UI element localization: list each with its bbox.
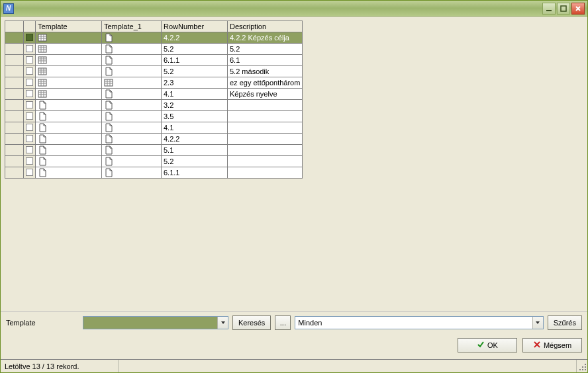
row-checkbox[interactable]: [26, 146, 33, 153]
rownumber-cell[interactable]: 5.2: [162, 156, 228, 167]
rownumber-cell[interactable]: 4.1: [162, 89, 228, 100]
resize-grip[interactable]: [577, 361, 587, 372]
more-button[interactable]: ...: [275, 315, 291, 330]
row-checkbox-cell[interactable]: [24, 100, 36, 111]
description-cell[interactable]: 4.2.2 Képzés célja: [228, 32, 303, 44]
row-header[interactable]: [5, 77, 24, 89]
maximize-button[interactable]: [557, 3, 570, 15]
row-checkbox[interactable]: [26, 56, 33, 63]
template-cell[interactable]: [36, 134, 102, 145]
template-cell[interactable]: [36, 167, 102, 179]
row-checkbox-cell[interactable]: [24, 167, 36, 179]
row-header[interactable]: [5, 122, 24, 134]
grid-header-chk[interactable]: [24, 21, 36, 32]
row-checkbox[interactable]: [26, 45, 33, 52]
row-checkbox[interactable]: [26, 112, 33, 120]
row-checkbox[interactable]: [26, 169, 33, 176]
row-checkbox[interactable]: [26, 90, 33, 97]
table-row[interactable]: 6.1.16.1: [5, 55, 303, 66]
row-checkbox-cell[interactable]: [24, 134, 36, 145]
row-checkbox-cell[interactable]: [24, 66, 36, 77]
table-row[interactable]: 6.1.1: [5, 167, 303, 179]
rownumber-cell[interactable]: 3.2: [162, 100, 228, 111]
row-header[interactable]: [5, 44, 24, 55]
rownumber-cell[interactable]: 6.1.1: [162, 55, 228, 66]
close-button[interactable]: [571, 3, 585, 15]
scope-combo[interactable]: [295, 316, 543, 329]
table-row[interactable]: 3.2: [5, 100, 303, 111]
row-header[interactable]: [5, 156, 24, 167]
description-cell[interactable]: [228, 145, 303, 156]
description-cell[interactable]: [228, 122, 303, 134]
row-header[interactable]: [5, 100, 24, 111]
row-header[interactable]: [5, 145, 24, 156]
minimize-button[interactable]: [542, 3, 556, 15]
row-checkbox[interactable]: [26, 135, 33, 142]
grid-header-rowhdr[interactable]: [5, 21, 24, 32]
description-cell[interactable]: [228, 100, 303, 111]
description-cell[interactable]: 5.2: [228, 44, 303, 55]
row-checkbox[interactable]: [26, 157, 33, 165]
row-checkbox-cell[interactable]: [24, 111, 36, 122]
description-cell[interactable]: [228, 167, 303, 179]
row-checkbox-cell[interactable]: [24, 122, 36, 134]
rownumber-cell[interactable]: 4.2.2: [162, 134, 228, 145]
description-cell[interactable]: [228, 111, 303, 122]
template-cell[interactable]: [36, 145, 102, 156]
cancel-button[interactable]: Mégsem: [522, 338, 582, 352]
description-cell[interactable]: ez egy ettőponthárom: [228, 77, 303, 89]
table-row[interactable]: 4.2.24.2.2 Képzés célja: [5, 32, 303, 44]
table-row[interactable]: 3.5: [5, 111, 303, 122]
row-checkbox-cell[interactable]: [24, 156, 36, 167]
rownumber-cell[interactable]: 6.1.1: [162, 167, 228, 179]
row-checkbox-cell[interactable]: [24, 32, 36, 44]
template1-cell[interactable]: [102, 44, 162, 55]
scope-dropdown[interactable]: [532, 317, 543, 329]
table-row[interactable]: 4.1Képzés nyelve: [5, 89, 303, 100]
grid-header-rownumber[interactable]: RowNumber: [162, 21, 228, 32]
template-filter-combo[interactable]: [83, 316, 228, 329]
rownumber-cell[interactable]: 3.5: [162, 111, 228, 122]
table-row[interactable]: 5.1: [5, 145, 303, 156]
rownumber-cell[interactable]: 5.2: [162, 66, 228, 77]
rownumber-cell[interactable]: 4.2.2: [162, 32, 228, 44]
row-checkbox-cell[interactable]: [24, 145, 36, 156]
grid-header-description[interactable]: Description: [228, 21, 303, 32]
row-header[interactable]: [5, 134, 24, 145]
grid-header-template1[interactable]: Template_1: [102, 21, 162, 32]
table-row[interactable]: 5.25.2: [5, 44, 303, 55]
table-row[interactable]: 4.2.2: [5, 134, 303, 145]
template1-cell[interactable]: [102, 66, 162, 77]
row-checkbox[interactable]: [26, 67, 33, 75]
table-row[interactable]: 2.3ez egy ettőponthárom: [5, 77, 303, 89]
row-header[interactable]: [5, 55, 24, 66]
table-row[interactable]: 5.2: [5, 156, 303, 167]
grid-header-template[interactable]: Template: [36, 21, 102, 32]
template-cell[interactable]: [36, 77, 102, 89]
template-cell[interactable]: [36, 100, 102, 111]
template-cell[interactable]: [36, 55, 102, 66]
scope-input[interactable]: [295, 317, 532, 329]
table-row[interactable]: 4.1: [5, 122, 303, 134]
row-checkbox-cell[interactable]: [24, 44, 36, 55]
description-cell[interactable]: 6.1: [228, 55, 303, 66]
template-cell[interactable]: [36, 122, 102, 134]
rownumber-cell[interactable]: 4.1: [162, 122, 228, 134]
template-cell[interactable]: [36, 89, 102, 100]
template1-cell[interactable]: [102, 156, 162, 167]
template1-cell[interactable]: [102, 55, 162, 66]
template-cell[interactable]: [36, 32, 102, 44]
description-cell[interactable]: 5.2 második: [228, 66, 303, 77]
template1-cell[interactable]: [102, 89, 162, 100]
template1-cell[interactable]: [102, 32, 162, 44]
rownumber-cell[interactable]: 5.1: [162, 145, 228, 156]
template1-cell[interactable]: [102, 122, 162, 134]
template-filter-input[interactable]: [83, 317, 217, 329]
row-checkbox-cell[interactable]: [24, 89, 36, 100]
row-header[interactable]: [5, 111, 24, 122]
template1-cell[interactable]: [102, 145, 162, 156]
row-checkbox[interactable]: [26, 124, 33, 131]
rownumber-cell[interactable]: 5.2: [162, 44, 228, 55]
template1-cell[interactable]: [102, 100, 162, 111]
template1-cell[interactable]: [102, 111, 162, 122]
